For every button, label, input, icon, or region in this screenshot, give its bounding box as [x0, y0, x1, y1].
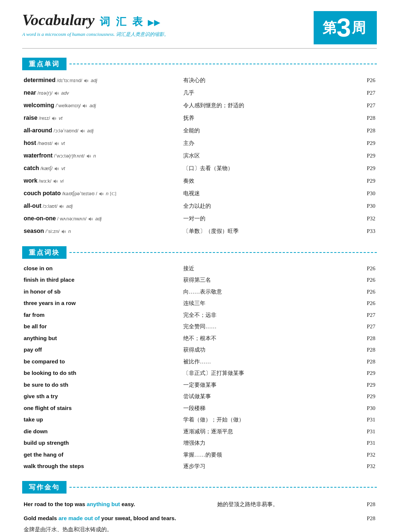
- table-row: anything but绝不；根本不P28: [22, 332, 377, 344]
- table-row: give sth a try尝试做某事P29: [22, 391, 377, 403]
- writing-en-after: easy.: [120, 501, 135, 507]
- phrase-cell: three years in a row: [22, 298, 182, 309]
- phrase-cn-cell: 一定要做某事: [182, 379, 341, 391]
- word-phonetic: /ˈsiːzn/: [45, 228, 59, 234]
- table-row: be looking to do sth〔非正式〕正打算做某事P29: [22, 367, 377, 379]
- vocab-cn-cell: 滨水区: [182, 149, 341, 162]
- svg-marker-4: [81, 129, 83, 133]
- word-pos: adj: [91, 78, 97, 83]
- word-pos: n: [93, 153, 96, 159]
- writing-highlight: anything but: [87, 501, 120, 507]
- phrase-page-cell: P32: [341, 461, 377, 472]
- vocab-page-cell: P29: [341, 149, 377, 162]
- phrase-cn-cell: 增强体力: [182, 437, 341, 449]
- phrase-cell: build up strength: [22, 437, 182, 449]
- header: Vocabulary 词 汇 表 ▶▶ A word is a microcos…: [0, 0, 399, 48]
- phrase-cn-cell: 完全不；远非: [182, 309, 341, 321]
- svg-marker-9: [99, 192, 102, 196]
- vocab-section-divider: [69, 64, 377, 64]
- vocab-cn-cell: 主办: [182, 137, 341, 149]
- phrase-cn-cell: 被比作……: [182, 356, 341, 367]
- table-row: get the hang of掌握……的要领P32: [22, 449, 377, 461]
- vocab-word-cell: waterfront /ˈwɔːtə(r)frʌnt/ n: [22, 149, 182, 162]
- speaker-icon: [61, 230, 66, 234]
- vocab-page-cell: P26: [341, 74, 377, 87]
- svg-marker-2: [83, 104, 85, 108]
- table-row: raise /reɪz/ vt 抚养P28: [22, 112, 377, 124]
- word-phonetic: /ɔːləˈraʊnd/: [54, 128, 78, 133]
- word-pos: adj: [66, 203, 72, 209]
- phrase-cell: walk through the steps: [22, 461, 182, 472]
- table-row: finish in third place获得第三名P26: [22, 274, 377, 286]
- title-vocab: Vocabulary: [22, 11, 95, 28]
- word-phonetic: /kætʃ/: [41, 166, 53, 171]
- word-main: raise: [24, 115, 37, 121]
- writing-section-divider: [69, 487, 377, 488]
- vocab-cn-cell: 有决心的: [182, 74, 341, 87]
- title-cn: 词 汇 表: [100, 16, 144, 27]
- table-row: die down逐渐减弱；逐渐平息P31: [22, 426, 377, 437]
- word-phonetic: / wʌnəːnwʌn/: [57, 216, 86, 221]
- subtitle: A word is a microcosm of human conscious…: [22, 31, 169, 38]
- phrase-page-cell: P31: [341, 437, 377, 449]
- phrase-cn-cell: 获得成功: [182, 344, 341, 356]
- writing-cn-full-row: 金牌是由汗水、热血和泪水铸成的。: [22, 525, 377, 532]
- table-row: waterfront /ˈwɔːtə(r)frʌnt/ n 滨水区P29: [22, 149, 377, 162]
- word-pos: adj: [95, 216, 102, 221]
- vocab-cn-cell: 〔口〕去看（某物）: [182, 162, 341, 174]
- phrase-page-cell: P26: [341, 286, 377, 298]
- writing-section: Her road to the top was anything but eas…: [22, 497, 377, 532]
- vocab-page-cell: P30: [341, 187, 377, 200]
- phrase-page-cell: P29: [341, 391, 377, 403]
- phrase-cn-cell: 逐步学习: [182, 461, 341, 472]
- writing-row: Her road to the top was anything but eas…: [22, 497, 377, 511]
- vocab-cn-cell: 全力以赴的: [182, 200, 341, 212]
- phrase-cell: anything but: [22, 332, 182, 344]
- vocab-cn-cell: 奏效: [182, 174, 341, 187]
- word-phonetic: /nɪə(r)/: [38, 90, 52, 96]
- phrase-cell: one flight of stairs: [22, 402, 182, 414]
- table-row: pay off获得成功P28: [22, 344, 377, 356]
- vocab-word-cell: determined /dɪˈtɜːmɪnd/ adj: [22, 74, 182, 87]
- svg-marker-8: [54, 180, 56, 183]
- vocab-word-cell: welcoming /ˈwelkəmɪŋ/ adj: [22, 99, 182, 112]
- phrase-cn-cell: 一段楼梯: [182, 402, 341, 414]
- vocab-word-cell: raise /reɪz/ vt: [22, 112, 182, 124]
- vocab-cn-cell: 〔单数〕（度假）旺季: [182, 225, 341, 237]
- phrase-page-cell: P30: [341, 402, 377, 414]
- phrase-cell: take up: [22, 414, 182, 426]
- writing-en-before-2: Gold medals: [24, 515, 58, 521]
- table-row: work /wɜːk/ vi 奏效P29: [22, 174, 377, 187]
- phrase-section-header: 重点词块: [22, 246, 377, 259]
- word-main: couch potato: [24, 190, 61, 196]
- vocab-cn-cell: 令人感到惬意的；舒适的: [182, 99, 341, 112]
- word-pos: vt: [59, 115, 62, 121]
- phrase-cn-cell: 绝不；根本不: [182, 332, 341, 344]
- table-row: in honor of sb向……表示敬意P26: [22, 286, 377, 298]
- vocab-word-cell: near /nɪə(r)/ adv: [22, 87, 182, 99]
- vocab-word-cell: catch /kætʃ/ vt: [22, 162, 182, 174]
- writing-highlight-2: are made out of: [58, 515, 100, 521]
- phrase-cell: close in on: [22, 262, 182, 274]
- phrase-cn-cell: 掌握……的要领: [182, 449, 341, 461]
- vocab-word-cell: season /ˈsiːzn/ n: [22, 225, 182, 237]
- word-main: catch: [24, 165, 39, 171]
- speaker-icon: [84, 79, 89, 83]
- title-row: Vocabulary 词 汇 表 ▶▶: [22, 11, 169, 29]
- phrase-cell: pay off: [22, 344, 182, 356]
- phrase-cn-cell: 学着（做）；开始（做）: [182, 414, 341, 426]
- writing-section-header: 写作金句: [22, 481, 377, 494]
- header-divider: [22, 48, 377, 49]
- word-pos: vt: [61, 140, 65, 146]
- vocab-page-cell: P28: [341, 124, 377, 137]
- speaker-icon: [80, 129, 85, 133]
- phrase-cn-cell: 完全赞同……: [182, 321, 341, 333]
- vocab-cn-cell: 抚养: [182, 112, 341, 124]
- phrase-page-cell: P29: [341, 379, 377, 391]
- phrase-cn-cell: 逐渐减弱；逐渐平息: [182, 426, 341, 437]
- writing-cn: 她的登顶之路绝非易事。: [217, 500, 340, 509]
- vocab-page-cell: P27: [341, 87, 377, 99]
- table-row: couch potato /kaʊtʃpəˈteɪtəʊ / n [C] 电视迷…: [22, 187, 377, 200]
- table-row: close in on接近P26: [22, 262, 377, 274]
- vocab-cn-cell: 几乎: [182, 87, 341, 99]
